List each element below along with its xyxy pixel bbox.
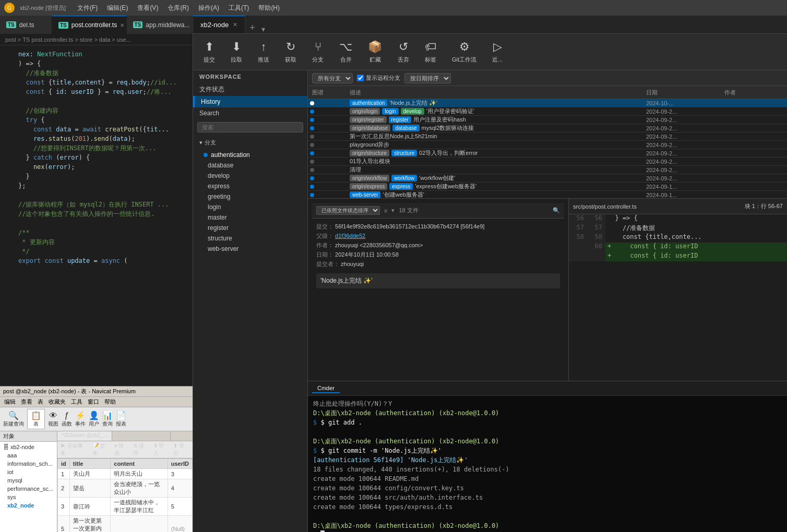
git-btn-merge[interactable]: ⌥ 合并: [339, 40, 352, 64]
nav-tree-item-xb2node[interactable]: 🗄 xb2-node: [0, 443, 57, 451]
commit-row-2[interactable]: origin/register register 用户注册及密码hash 202…: [308, 116, 787, 124]
git-btn-commit[interactable]: ⬆ 提交: [204, 40, 215, 64]
commit-row-5[interactable]: playground异步 2024-09-2...: [308, 141, 787, 149]
git-tab-dropdown[interactable]: ▾: [259, 25, 267, 33]
sidebar-branch-structure[interactable]: structure: [193, 233, 307, 244]
commit-row-4[interactable]: 第一次汇总反思Node.js上5h21min 2024-09-2...: [308, 132, 787, 141]
commit-row-11[interactable]: web-server '创建web服务器' 2024-09-1...: [308, 191, 787, 198]
nav-menu-table[interactable]: 表: [38, 398, 43, 406]
sidebar-menu-history[interactable]: History: [193, 96, 307, 107]
branch-filter-select[interactable]: 所有分支: [312, 73, 353, 83]
nav-tree-item-info[interactable]: information_sch...: [0, 460, 57, 468]
table-row[interactable]: 3 蓉江吟 一道残阳铺水中，半江瑟瑟半江红 5: [58, 498, 193, 516]
sidebar-branch-master[interactable]: master: [193, 212, 307, 223]
diff-content[interactable]: 56 56 } => { 57 57 //准备数据: [569, 214, 787, 381]
git-tab-add[interactable]: +: [245, 22, 259, 33]
git-btn-pull[interactable]: ⬇ 拉取: [231, 40, 242, 64]
nav-tree-item-aaa[interactable]: aaa: [0, 451, 57, 460]
tab-close-btn[interactable]: ✕: [120, 22, 124, 28]
branches-section-header[interactable]: ▾ 分支: [193, 136, 307, 150]
nav-btn-view[interactable]: 👁 视图: [48, 411, 58, 428]
tab-post-controller[interactable]: TS post.controller.ts ✕: [52, 16, 127, 34]
git-btn-push[interactable]: ↑ 推送: [258, 40, 269, 64]
nav-table-filter[interactable]: ▾ 筛选: [114, 442, 129, 457]
sidebar-menu-file-status[interactable]: 文件状态: [193, 83, 307, 96]
nav-tree-item-iot[interactable]: iot: [0, 468, 57, 476]
nav-menu-view[interactable]: 查看: [21, 398, 32, 406]
git-btn-workflow[interactable]: ⚙ Git工作流: [452, 40, 476, 64]
nav-menu-tools[interactable]: 工具: [71, 398, 82, 406]
nav-btn-user[interactable]: 👤 用户: [89, 410, 99, 428]
code-editor[interactable]: nex: NextFunction ) => { //准备数据 const {t…: [0, 45, 193, 386]
nav-btn-new-query[interactable]: 🔍 新建查询: [3, 410, 24, 428]
nav-tree-item-perf[interactable]: performance_sc...: [0, 485, 57, 493]
nav-menu-edit[interactable]: 编辑: [4, 398, 16, 406]
nav-menu-help[interactable]: 帮助: [104, 398, 116, 406]
nav-btn-table[interactable]: 📋 表: [27, 409, 45, 429]
sidebar-branch-express[interactable]: express: [193, 181, 307, 191]
menu-repo[interactable]: 仓库(R): [163, 3, 193, 14]
nav-table-start[interactable]: ▶ 开始事务: [61, 442, 88, 457]
nav-tree-item-mysql[interactable]: mysql: [0, 476, 57, 485]
sort-select[interactable]: 按日期排序: [404, 73, 451, 83]
file-sort-select[interactable]: 已依照文件状态排序: [316, 206, 380, 215]
nav-tab-007[interactable]: *007加列 @xb2_no...: [112, 431, 171, 441]
commit-row-3[interactable]: origin/database database mysql2数据驱动连接 20…: [308, 124, 787, 132]
nav-table-export[interactable]: ⬆ 导出: [173, 442, 189, 457]
commit-row-1[interactable]: origin/login login develop '用户登录密码验证' 20…: [308, 107, 787, 116]
git-tab-xb2node[interactable]: xb2-node ✕: [193, 16, 245, 33]
menu-file[interactable]: 文件(F): [73, 3, 102, 14]
commit-row-6[interactable]: origin/structure structure 02导入导出，判断erro…: [308, 149, 787, 158]
nav-tree-item-sys[interactable]: sys: [0, 493, 57, 501]
nav-btn-report[interactable]: 📄 报表: [116, 410, 126, 428]
sidebar-branch-database[interactable]: database: [193, 160, 307, 171]
parent-hash-link[interactable]: d1f36dde52: [335, 233, 365, 239]
git-btn-discard[interactable]: ↺ 丢弃: [398, 40, 409, 64]
show-remote-checkbox[interactable]: [357, 75, 364, 81]
nav-tab-003[interactable]: *003insert @xb2_...: [57, 431, 112, 441]
nav-table-text[interactable]: 📝 文本: [92, 442, 111, 457]
file-search-icon[interactable]: 🔍: [553, 207, 560, 214]
sidebar-menu-search[interactable]: Search: [193, 107, 307, 119]
menu-action[interactable]: 操作(A): [194, 3, 223, 14]
commit-row-9[interactable]: origin/workflow workflow 'workflow创建' 20…: [308, 174, 787, 183]
table-row[interactable]: 2 望岳 会当凌绝顶，一览众山小 4: [58, 479, 193, 498]
menu-help[interactable]: 帮助(H): [254, 3, 284, 14]
nav-data-table-container[interactable]: id title content userID 1 关山: [57, 458, 193, 532]
nav-menu-window[interactable]: 窗口: [88, 398, 99, 406]
table-row[interactable]: 5 第一次更第一次更新内容 (Null): [58, 516, 193, 533]
branch-search-input[interactable]: [197, 122, 303, 132]
sidebar-branch-authentication[interactable]: authentication: [193, 150, 307, 160]
sidebar-branch-develop[interactable]: develop: [193, 171, 307, 181]
git-tab-close[interactable]: ✕: [233, 21, 237, 28]
table-row[interactable]: 1 关山月 明月出天山 3: [58, 469, 193, 479]
sidebar-branch-greeting[interactable]: greeting: [193, 191, 307, 202]
terminal-content[interactable]: 终止批处理操作吗(Y/N)？Y D:\桌面\xb2-node (authenti…: [308, 396, 787, 532]
git-btn-stash[interactable]: 📦 贮藏: [368, 40, 382, 64]
nav-btn-func[interactable]: ƒ 函数: [62, 411, 72, 428]
menu-view[interactable]: 查看(V): [133, 3, 162, 14]
terminal-tab-cmder[interactable]: Cmder: [312, 384, 340, 393]
menu-tools[interactable]: 工具(T): [224, 3, 253, 14]
commit-row-0[interactable]: authentication 'Node.js上完结 ✨' 2024-10-..…: [308, 99, 787, 107]
nav-menu-fav[interactable]: 收藏夹: [49, 398, 66, 406]
git-btn-fetch[interactable]: ↻ 获取: [285, 40, 296, 64]
nav-btn-query[interactable]: 📊 查询: [102, 410, 113, 428]
commit-row-7[interactable]: 01导入导出模块 2024-09-2...: [308, 158, 787, 166]
nav-table-sort[interactable]: ⇅ 排序: [133, 442, 149, 457]
nav-btn-event[interactable]: ⚡ 事件: [75, 410, 86, 428]
commit-row-8[interactable]: 清理 2024-09-2...: [308, 166, 787, 174]
nav-tree-item-xb2node-db[interactable]: xb2_node: [0, 501, 57, 510]
tab-middleware[interactable]: TS app.middlewa...: [127, 16, 193, 34]
tab-del[interactable]: TS del.ts: [0, 16, 52, 34]
navicat-menu: 编辑 查看 表 收藏夹 工具 窗口 帮助: [0, 397, 193, 407]
menu-edit[interactable]: 编辑(E): [103, 3, 132, 14]
sidebar-branch-register[interactable]: register: [193, 223, 307, 233]
sidebar-branch-login[interactable]: login: [193, 202, 307, 212]
git-btn-tag[interactable]: 🏷 标签: [425, 40, 436, 64]
git-btn-more[interactable]: ▷ 近...: [492, 40, 503, 64]
nav-table-import[interactable]: ⬇ 导入: [153, 442, 170, 457]
sidebar-branch-webserver[interactable]: web-server: [193, 244, 307, 254]
commit-row-10[interactable]: origin/express express 'express创建web服务器'…: [308, 183, 787, 191]
git-btn-branch[interactable]: ⑂ 分支: [312, 40, 324, 64]
